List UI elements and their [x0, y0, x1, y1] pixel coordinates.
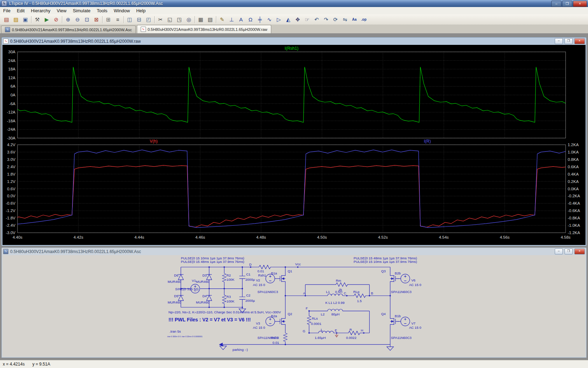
schematic-label[interactable]: SPA11N60C3	[391, 336, 412, 340]
schematic-label[interactable]: F	[306, 306, 308, 310]
schematic-label[interactable]: Rm	[336, 279, 341, 283]
toolbar-tile-horizontal-icon[interactable]: ◫	[125, 15, 134, 24]
schematic-label[interactable]: RLs	[312, 316, 318, 320]
toolbar-ground-icon[interactable]: ⊥	[227, 15, 236, 24]
schematic-label[interactable]: C1	[246, 272, 250, 276]
toolbar-cut-icon[interactable]: ✂	[156, 15, 165, 24]
schematic-restore-button[interactable]: ❐	[565, 248, 573, 254]
menu-simulate[interactable]: Simulate	[70, 7, 94, 14]
schematic-label[interactable]: B	[371, 291, 373, 295]
toolbar-zoom-back-icon[interactable]: ⊠	[92, 15, 101, 24]
waveform-restore-button[interactable]: ❐	[565, 38, 573, 44]
schematic-label[interactable]: E	[335, 328, 337, 332]
trace-title-I(R)[interactable]: I(R)	[424, 139, 431, 144]
toolbar-net-label-icon[interactable]: A	[236, 15, 246, 24]
schematic-label[interactable]: Q2	[288, 312, 292, 316]
toolbar-move-icon[interactable]: ✥	[293, 15, 302, 24]
menu-tools[interactable]: Tools	[94, 7, 111, 14]
schematic-label[interactable]: B1a	[271, 271, 277, 275]
toolbar-control-panel-icon[interactable]: ⚒	[33, 15, 42, 24]
schematic-label[interactable]: B2a	[271, 314, 277, 318]
toolbar-open-file-icon[interactable]: ▨	[11, 15, 21, 24]
schematic-label[interactable]: 1.65µH	[315, 336, 326, 340]
schematic-label[interactable]: 0.01	[257, 269, 264, 273]
toolbar-run-icon[interactable]: ▶	[42, 15, 51, 24]
schematic-label[interactable]: AC 15 0	[253, 283, 265, 287]
toolbar-print-preview-icon[interactable]: ▧	[205, 15, 215, 24]
schematic-label[interactable]: V1	[192, 279, 196, 283]
schematic-label[interactable]: AC 15 0	[409, 326, 421, 329]
menu-edit[interactable]: Edit	[14, 7, 28, 14]
waveform-window-titlebar[interactable]: ∿ 0.5H80uH300V21AmaxK0.99T38ms13HzR0.002…	[2, 38, 586, 45]
schematic-window-titlebar[interactable]: ϟ 0.5H80uH300V21AmaxK0.99T38ms13HzR0.002…	[2, 248, 586, 255]
waveform-minimize-button[interactable]: –	[555, 38, 563, 44]
schematic-label[interactable]: B1b	[395, 314, 401, 318]
waveform-close-button[interactable]: ×	[574, 38, 585, 44]
toolbar-halt-icon[interactable]: ⊘	[51, 15, 61, 24]
tab-schematic-file[interactable]: ϟ 0.5H80uH300V21AmaxK0.99T38ms13HzR0.002…	[1, 26, 136, 33]
waveform-plot[interactable]: 30A24A18A12A6A0A-6A-12A-18A-24A-30AI(Rsh…	[2, 45, 586, 245]
menu-window[interactable]: Window	[111, 7, 133, 14]
toolbar-wire-icon[interactable]: ✎	[217, 15, 227, 24]
toolbar-zoom-out-icon[interactable]: ⊖	[73, 15, 82, 24]
schematic-label[interactable]: C	[344, 291, 346, 295]
schematic-label[interactable]: PULSE(0 15 48ms 1µs 1µs 37.9ms 76ms)	[354, 256, 417, 260]
schematic-label[interactable]: Q4	[381, 312, 386, 316]
toolbar-find-icon[interactable]: ◎	[184, 15, 194, 24]
schematic-label[interactable]: .tran 0 300m 0 0 .tran 0 20ms 0 0.000000…	[167, 335, 203, 338]
schematic-label[interactable]: D5	[174, 294, 178, 298]
menu-hierarchy[interactable]: Hierarchy	[28, 7, 54, 14]
schematic-label[interactable]: Q1	[288, 269, 292, 273]
toolbar-cascade-windows-icon[interactable]: ◰	[144, 15, 153, 24]
schematic-label[interactable]: AC 15 0	[253, 326, 265, 329]
schematic-label[interactable]: V2	[256, 278, 260, 282]
toolbar-rotate-icon[interactable]: ⟳	[331, 15, 340, 24]
toolbar-save-icon[interactable]: ▣	[21, 15, 30, 24]
schematic-label[interactable]: 1.5	[357, 299, 362, 303]
schematic-label[interactable]: PULSE(0 15 48ms 1µs 1µs 37.9ms 76ms)	[181, 260, 244, 264]
toolbar-tile-vertical-icon[interactable]: ⊟	[134, 15, 144, 24]
schematic-label[interactable]: Rsh1	[258, 273, 266, 277]
schematic-label[interactable]: Rsh3	[271, 336, 279, 340]
schematic-label[interactable]: PULSE(0 15 10ms 1µs 1µs 37.9ms 76ms)	[354, 260, 417, 264]
toolbar-netlist-icon[interactable]: ≡	[113, 15, 122, 24]
schematic-label[interactable]: 0.0001	[311, 322, 321, 326]
close-button[interactable]: ×	[573, 1, 587, 7]
schematic-label[interactable]: L2	[321, 312, 325, 316]
menu-file[interactable]: File	[0, 7, 14, 14]
toolbar-mirror-icon[interactable]: ⇋	[340, 15, 350, 24]
schematic-label[interactable]: Vcc	[295, 262, 301, 266]
schematic-canvas[interactable]: PULSE(0 15 10ms 1µs 1µs 37.9ms 76ms)PULS…	[2, 255, 586, 357]
schematic-label[interactable]: V7	[411, 321, 415, 325]
schematic-label[interactable]: 2000µ	[245, 299, 255, 302]
schematic-label[interactable]: R	[349, 328, 352, 332]
schematic-label[interactable]: RLp	[353, 290, 359, 294]
toolbar-undo-icon[interactable]: ↶	[312, 15, 321, 24]
restore-button[interactable]: ❐	[562, 1, 572, 7]
schematic-label[interactable]: R3	[226, 295, 231, 299]
schematic-label[interactable]: V3	[256, 321, 260, 325]
schematic-label[interactable]: 80µH	[331, 312, 340, 316]
schematic-label[interactable]: .tran 5s	[169, 329, 181, 333]
toolbar-paste-icon[interactable]: ◳	[175, 15, 184, 24]
schematic-label[interactable]: AC 15 0	[409, 283, 421, 287]
schematic-label[interactable]: Np=220, Ns=2, K=220/2=110, Charge Sec 0.…	[168, 310, 281, 314]
toolbar-inductor-icon[interactable]: ∿	[265, 15, 274, 24]
toolbar-zoom-fit-icon[interactable]: ⊡	[82, 15, 92, 24]
schematic-label[interactable]: D6	[174, 273, 178, 277]
schematic-label[interactable]: 100K	[226, 278, 234, 281]
schematic-label[interactable]: !!! PWL Files : V2 = V7 et V3 = V6 !!!	[168, 317, 251, 322]
schematic-label[interactable]: R2	[226, 273, 231, 277]
schematic-label[interactable]: SPA11N60C3	[257, 290, 278, 294]
toolbar-print-icon[interactable]: ▦	[196, 15, 205, 24]
schematic-label[interactable]: MUR460	[196, 300, 209, 304]
toolbar-grid-icon[interactable]: ⊞	[104, 15, 113, 24]
schematic-label[interactable]: SINE(0 315 50)	[175, 287, 199, 291]
trace-title-I(Rsh1)[interactable]: I(Rsh1)	[285, 46, 298, 51]
schematic-label[interactable]: MUR460	[168, 300, 181, 304]
schematic-label[interactable]: L	[321, 328, 323, 332]
schematic-label[interactable]: MUR460	[196, 280, 209, 284]
schematic-label[interactable]: MUR460	[168, 280, 181, 284]
schematic-label[interactable]: D3	[202, 273, 206, 277]
schematic-label[interactable]: 0.01	[273, 341, 279, 345]
